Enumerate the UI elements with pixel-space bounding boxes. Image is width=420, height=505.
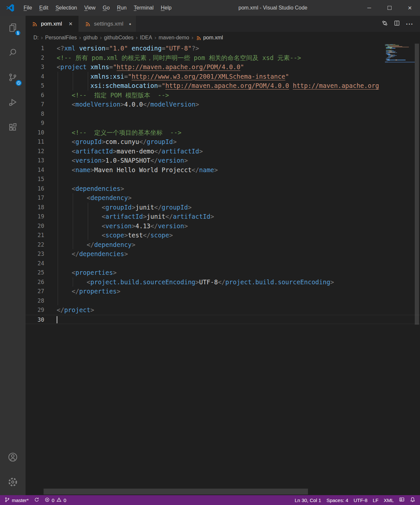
indent-guide	[58, 296, 58, 306]
indent-guide	[58, 137, 58, 147]
indent-guide	[58, 184, 58, 193]
indent-guide	[88, 221, 88, 231]
minimap-highlight	[385, 62, 415, 63]
indent-guide	[58, 81, 58, 91]
indent-guide	[73, 231, 73, 240]
code-text: <artifactId>junit</artifactId>	[57, 212, 420, 221]
code-text: <!-- 所有 pom.xml 的根元素，同时声明一些 pom 相关的命名空间及…	[57, 53, 420, 63]
breadcrumb-item-idea[interactable]: IDEA	[139, 35, 153, 41]
modified-dot-icon[interactable]: ●	[129, 22, 131, 26]
chevron-right-icon: ›	[153, 34, 157, 41]
menu-edit[interactable]: Edit	[36, 0, 52, 16]
language-mode[interactable]: XML	[381, 495, 396, 505]
line-number: 25	[26, 268, 44, 277]
menu-terminal[interactable]: Terminal	[130, 0, 157, 16]
breadcrumb-item-personalfiles[interactable]: PersonalFiles	[44, 35, 78, 41]
line-number: 18	[26, 203, 44, 212]
code-line: 22 </dependency>	[26, 240, 420, 250]
sidebar-item-accounts[interactable]	[0, 445, 26, 470]
tab-pom-xml[interactable]: pom.xml ✕	[26, 16, 78, 32]
breadcrumb-item-mavendemo[interactable]: maven-demo	[157, 35, 190, 41]
line-number: 14	[26, 165, 44, 175]
indent-guide	[58, 128, 58, 137]
minimap[interactable]	[385, 44, 415, 63]
code-line: 23 </dependencies>	[26, 249, 420, 259]
line-number: 28	[26, 296, 44, 306]
menu-selection[interactable]: Selection	[52, 0, 81, 16]
indent-guide	[58, 118, 58, 128]
indent-guide	[58, 221, 58, 231]
code-line: 5 xsi:schemaLocation="http://maven.apach…	[26, 81, 420, 91]
source-branch-icon	[5, 497, 10, 503]
line-number: 6	[26, 91, 44, 100]
breadcrumb-item-github[interactable]: github	[82, 35, 99, 41]
code-line: 20 <version>4.13</version>	[26, 221, 420, 231]
tab-close-icon[interactable]: ✕	[67, 21, 74, 27]
code-text: <version>1.0-SNAPSHOT</version>	[57, 156, 420, 165]
sidebar-item-search[interactable]	[0, 41, 26, 66]
branch-status[interactable]: master*	[2, 495, 31, 505]
tab-label: settings.xml	[94, 21, 124, 27]
indent-guide	[58, 156, 58, 165]
indent-guide	[58, 249, 58, 259]
indentation-status[interactable]: Spaces: 4	[324, 495, 351, 505]
menu-bar: FileEditSelectionViewGoRunTerminalHelp	[20, 0, 175, 16]
feedback-status[interactable]	[396, 495, 407, 505]
code-text: <!-- 定义一个项目的基本坐标 -->	[57, 128, 420, 137]
tab-settings-xml[interactable]: settings.xml ●	[79, 16, 136, 32]
code-line: 21 <scope>test</scope>	[26, 231, 420, 240]
indent-guide	[73, 221, 73, 231]
line-number: 12	[26, 147, 44, 156]
minimize-button[interactable]: ─	[359, 0, 379, 16]
eol-status[interactable]: LF	[370, 495, 381, 505]
close-button[interactable]: ✕	[400, 0, 420, 16]
notifications-status[interactable]	[407, 495, 418, 505]
horizontal-scrollbar[interactable]	[44, 489, 308, 495]
breadcrumb-item-file[interactable]: pom.xml	[202, 35, 224, 41]
code-text: </dependencies>	[57, 249, 420, 259]
menu-run[interactable]: Run	[113, 0, 130, 16]
problems-status[interactable]: 0 0	[42, 495, 69, 505]
editor-group: pom.xml ✕ settings.xml ●	[26, 16, 420, 495]
code-line: 28	[26, 296, 420, 306]
code-line: 30	[26, 315, 420, 324]
code-line: 29</project>	[26, 305, 420, 315]
code-text	[57, 259, 420, 268]
line-number: 10	[26, 128, 44, 137]
more-actions-icon[interactable]: ···	[406, 22, 413, 26]
chevron-right-icon: ›	[99, 34, 103, 41]
sidebar-item-source-control[interactable]	[0, 66, 26, 91]
code-text: <groupId>junit</groupId>	[57, 203, 420, 212]
menu-help[interactable]: Help	[157, 0, 175, 16]
sidebar-item-extensions[interactable]	[0, 115, 26, 140]
encoding-status[interactable]: UTF-8	[351, 495, 370, 505]
indent-guide	[73, 203, 73, 212]
chevron-right-icon: ›	[135, 34, 139, 41]
error-icon	[45, 497, 50, 503]
sidebar-item-run-debug[interactable]	[0, 91, 26, 115]
split-editor-icon[interactable]	[394, 20, 400, 28]
maximize-icon	[388, 6, 391, 10]
open-changes-icon[interactable]	[382, 20, 388, 28]
code-line: 1<?xml version="1.0" encoding="UTF-8"?>	[26, 44, 420, 53]
menu-go[interactable]: Go	[99, 0, 113, 16]
line-number: 27	[26, 287, 44, 296]
code-editor[interactable]: 1<?xml version="1.0" encoding="UTF-8"?>2…	[26, 44, 420, 495]
tab-label: pom.xml	[41, 21, 62, 27]
code-line: 19 <artifactId>junit</artifactId>	[26, 212, 420, 221]
maximize-button[interactable]	[379, 0, 400, 16]
vertical-scrollbar[interactable]	[415, 44, 419, 325]
code-text: <scope>test</scope>	[57, 231, 420, 240]
menu-view[interactable]: View	[81, 0, 99, 16]
code-text: </dependency>	[57, 240, 420, 250]
menu-file[interactable]: File	[20, 0, 36, 16]
sync-status[interactable]	[31, 495, 42, 505]
sidebar-item-explorer[interactable]: 1	[0, 16, 26, 41]
breadcrumb-item-d[interactable]: D:	[32, 35, 40, 41]
sidebar-item-settings[interactable]	[0, 470, 26, 495]
code-line: 11 <groupId>com.cunyu</groupId>	[26, 137, 420, 147]
cursor-position[interactable]: Ln 30, Col 1	[292, 495, 324, 505]
indent-guide	[58, 259, 58, 268]
breadcrumb-item-githubcodes[interactable]: githubCodes	[103, 35, 135, 41]
line-number: 4	[26, 72, 44, 81]
